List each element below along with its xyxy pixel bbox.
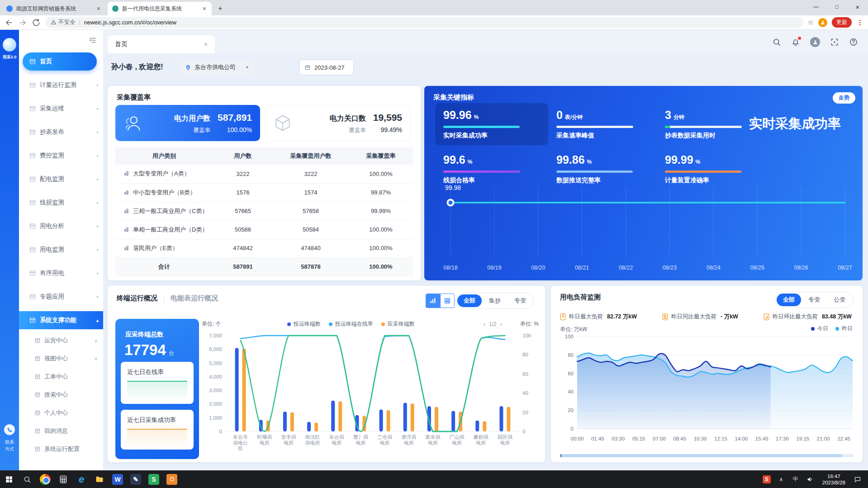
sidebar-subitem-6[interactable]: 系统运行配置 [31, 441, 103, 457]
sidebar-subitem-0[interactable]: 运营中心∨ [31, 333, 103, 348]
chevron-down-icon: ∨ [94, 356, 98, 362]
taskbar-edge-icon[interactable]: e [72, 470, 90, 488]
taskbar-chrome-icon[interactable] [36, 470, 54, 488]
date-picker[interactable]: 2023-08-27 [299, 60, 354, 75]
pager-prev-icon[interactable]: ‹ [484, 321, 485, 327]
tray-ime-icon[interactable]: 中 [790, 470, 802, 488]
sidebar-subitem-3[interactable]: 搜索中心 [31, 387, 103, 403]
tray-sogou-icon[interactable]: S [761, 470, 773, 488]
app-logo-text: 用采2.0 [0, 54, 19, 60]
sidebar-item-3[interactable]: 抄表发布▾ [23, 123, 103, 141]
app-tab-close-icon[interactable]: × [204, 41, 208, 48]
back-icon[interactable] [5, 18, 14, 27]
terminal-filter-1[interactable]: 集抄 [483, 294, 507, 307]
org-selector[interactable]: 东台市供电公司 ▼ [179, 60, 256, 75]
table-row[interactable]: 三相一般工商业用户（C类）576655765899.99% [115, 202, 413, 220]
sidebar-item-6[interactable]: 线损监测▾ [23, 194, 103, 212]
taskbar-folder-icon[interactable] [90, 470, 109, 488]
svg-text:唐洋供电所: 唐洋供电所 [401, 434, 416, 445]
summary-label: 应采终端总数 [125, 331, 199, 339]
table-row[interactable]: 单相一般工商业用户（D类）5058650584100.00% [115, 220, 413, 239]
taskbar-search-icon[interactable] [18, 470, 36, 488]
sidebar-item-5[interactable]: 配电监测▾ [23, 170, 103, 188]
taskbar-pen-app-icon[interactable]: ✎ [127, 470, 145, 488]
load-filter-1[interactable]: 专变 [802, 294, 826, 306]
users-icon [123, 113, 142, 133]
terminal-filter-2[interactable]: 专变 [508, 294, 532, 307]
legend-item-0[interactable]: 投运终端数 [287, 320, 321, 328]
legend-dot [287, 322, 291, 326]
sidebar-item-10[interactable]: 专题应用▾ [23, 288, 103, 306]
action-center-icon[interactable] [852, 470, 863, 488]
search-icon[interactable] [772, 38, 781, 47]
fullscreen-scan-icon[interactable] [830, 38, 839, 47]
sidebar-item-0[interactable]: 首页 [23, 52, 97, 71]
load-filter-2[interactable]: 公变 [827, 294, 852, 306]
sidebar-item-4[interactable]: 费控监测▾ [23, 147, 103, 165]
tab2-close-icon[interactable]: × [202, 5, 207, 12]
forward-icon[interactable] [18, 18, 27, 27]
sidebar-subitem-1[interactable]: 视图中心∨ [31, 351, 103, 366]
building-icon [123, 171, 129, 176]
minimize-button[interactable]: — [806, 0, 826, 14]
clock-time: 16:47 [822, 473, 845, 479]
collapse-sidebar-icon[interactable] [89, 36, 97, 44]
load-stat-2: 昨日环比最大负荷83.48 万kW [764, 313, 852, 321]
app-tab-home[interactable]: 首页 × [108, 35, 215, 53]
load-filter-0[interactable]: 全部 [777, 294, 801, 306]
tab1-close-icon[interactable]: × [96, 5, 101, 12]
new-tab-button[interactable]: + [214, 3, 226, 14]
sidebar-subitem-2[interactable]: 工单中心 [31, 369, 103, 384]
chart-scrollbar[interactable] [560, 454, 854, 457]
contact-widget[interactable]: 联系 方式 [0, 424, 19, 452]
tray-hidden-icons[interactable]: ∧ [775, 470, 787, 488]
table-row[interactable]: 居民用户（E类）474842474840100.00% [115, 239, 413, 257]
terminal-panel-title[interactable]: 终端运行概况 [117, 294, 157, 303]
legend-item-1[interactable]: 投运终端在线率 [329, 320, 373, 328]
sidebar-subicon-3 [34, 392, 41, 398]
sidebar-item-2[interactable]: 采集运维▾ [23, 99, 103, 118]
meter-overview-tab[interactable]: 电能表运行概况 [171, 294, 218, 303]
sidebar-icon-7 [29, 223, 36, 230]
table-row[interactable]: 中小型专变用户（B类）1576157499.87% [115, 183, 413, 202]
sidebar-subitem-5[interactable]: 我的消息 [31, 423, 103, 439]
tray-volume-icon[interactable] [804, 470, 816, 488]
legend-item-2[interactable]: 应采终端数 [381, 320, 415, 328]
table-view-button[interactable] [440, 294, 455, 308]
browser-avatar-icon[interactable] [818, 18, 827, 27]
terminal-filter-0[interactable]: 全部 [457, 294, 482, 307]
notifications-bell-icon[interactable] [791, 38, 800, 47]
close-button[interactable]: × [847, 0, 868, 14]
reload-icon[interactable] [32, 18, 41, 27]
taskbar-camera-app-icon[interactable] [163, 470, 181, 488]
browser-tab-2[interactable]: 新一代用电信息采集系统 × [108, 2, 212, 15]
sidebar-subitem-4[interactable]: 个人中心 [31, 405, 103, 421]
sidebar-item-7[interactable]: 用电分析▾ [23, 217, 103, 235]
terminal-panel: 终端运行概况 电能表运行概况 全部集抄专变 应采终端总数 17794台 近七日在… [108, 286, 545, 462]
sidebar-item-1[interactable]: 计量运行监测▾ [23, 76, 103, 94]
help-icon[interactable] [849, 38, 858, 47]
browser-update-button[interactable]: 更新 [832, 17, 852, 28]
bookmark-star-icon[interactable]: ☆ [808, 19, 814, 27]
sidebar-item-8[interactable]: 用电监测▾ [23, 241, 103, 259]
taskbar-clock[interactable]: 16:47 2023/8/28 [819, 473, 849, 486]
start-button[interactable] [0, 470, 18, 488]
load-chart: 02040608010000:0001:4503:3005:1507:0008:… [556, 331, 859, 450]
taskbar-s-app-icon[interactable]: S [145, 470, 163, 488]
table-row[interactable]: 大型专变用户（A类）32223222100.00% [115, 165, 413, 183]
chart-view-button[interactable] [426, 294, 440, 308]
sidebar-item-9[interactable]: 有序用电▾ [23, 264, 103, 282]
url-bar[interactable]: 不安全 | neweic.js.sgcc.com.cn/#/oc/overvie… [45, 17, 803, 28]
taskbar-grid-app-icon[interactable] [54, 470, 72, 488]
user-avatar[interactable] [810, 37, 820, 47]
svg-text:01:45: 01:45 [591, 436, 604, 441]
sidebar-item-11[interactable]: 系统支撑功能▴ [19, 311, 103, 329]
security-chip[interactable]: 不安全 [51, 19, 76, 26]
browser-tab-1[interactable]: 能源互联网营销服务系统 × [2, 2, 106, 15]
maximize-button[interactable]: □ [826, 0, 847, 14]
taskbar-word-icon[interactable]: W [109, 470, 127, 488]
trend-button[interactable]: 走势 [833, 92, 855, 104]
browser-menu-icon[interactable] [856, 19, 863, 26]
pager-next-icon[interactable]: › [500, 321, 502, 327]
table-row[interactable]: 合计587891587878100.00% [115, 257, 413, 276]
